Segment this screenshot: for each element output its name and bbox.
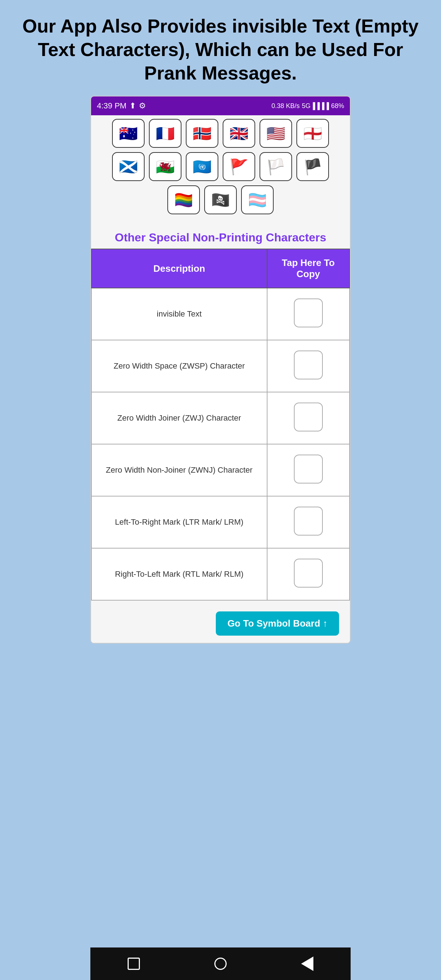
flag-pirate[interactable]: 🏴‍☠️ — [204, 185, 237, 214]
flag-uk[interactable]: 🇬🇧 — [223, 119, 255, 148]
flag-england[interactable]: 🏴󠁧󠁢󠁥󠁮󠁧󠁿 — [296, 119, 329, 148]
flags-section: 🇦🇺 🇫🇷 🇳🇴 🇬🇧 🇺🇸 🏴󠁧󠁢󠁥󠁮󠁧󠁿 🏴󠁧󠁢󠁳󠁣󠁴󠁿 🏴󠁧󠁢󠁷󠁬󠁳󠁿 🇺… — [91, 115, 350, 222]
battery-display: 68% — [331, 102, 344, 110]
flag-white[interactable]: 🏳️ — [260, 152, 292, 181]
table-row: Zero Width Space (ZWSP) Character — [91, 340, 350, 392]
circle-nav-icon[interactable] — [214, 958, 227, 970]
table-row: Zero Width Non-Joiner (ZWNJ) Character — [91, 444, 350, 496]
row-copy-cell-3[interactable] — [267, 444, 350, 496]
network-speed: 0.38 KB/s — [271, 102, 300, 110]
back-nav-icon[interactable] — [301, 956, 314, 971]
row-description-4: Left-To-Right Mark (LTR Mark/ LRM) — [91, 496, 267, 548]
page-title: Our App Also Provides invisible Text (Em… — [0, 0, 441, 96]
table-row: invisible Text — [91, 288, 350, 340]
copy-box-2[interactable] — [294, 402, 323, 431]
row-copy-cell-5[interactable] — [267, 548, 350, 600]
status-right: 0.38 KB/s 5G▐▐▐▐ 68% — [271, 102, 344, 110]
phone-frame: 4:39 PM ⬆ ⚙ 0.38 KB/s 5G▐▐▐▐ 68% 🇦🇺 🇫🇷 🇳… — [91, 96, 351, 644]
phone-content: 🇦🇺 🇫🇷 🇳🇴 🇬🇧 🇺🇸 🏴󠁧󠁢󠁥󠁮󠁧󠁿 🏴󠁧󠁢󠁳󠁣󠁴󠁿 🏴󠁧󠁢󠁷󠁬󠁳󠁿 🇺… — [91, 115, 350, 643]
section-heading: Other Special Non-Printing Characters — [91, 222, 350, 248]
flag-row-1: 🇦🇺 🇫🇷 🇳🇴 🇬🇧 🇺🇸 🏴󠁧󠁢󠁥󠁮󠁧󠁿 — [98, 119, 343, 148]
table-row: Zero Width Joiner (ZWJ) Character — [91, 392, 350, 444]
copy-box-0[interactable] — [294, 299, 323, 328]
row-description-5: Right-To-Left Mark (RTL Mark/ RLM) — [91, 548, 267, 600]
flag-france[interactable]: 🇫🇷 — [149, 119, 181, 148]
upload-icon: ⬆ — [129, 101, 136, 111]
settings-icon: ⚙ — [139, 101, 146, 111]
flag-pride[interactable]: 🏳️‍🌈 — [167, 185, 200, 214]
flag-red[interactable]: 🚩 — [223, 152, 255, 181]
col-header-copy: Tap Here To Copy — [267, 249, 350, 288]
chars-table: Description Tap Here To Copy invisible T… — [91, 248, 350, 601]
square-nav-icon[interactable] — [127, 958, 140, 970]
flag-scotland[interactable]: 🏴󠁧󠁢󠁳󠁣󠁴󠁿 — [112, 152, 145, 181]
flag-row-3: 🏳️‍🌈 🏴‍☠️ 🏳️‍⚧️ — [98, 185, 343, 214]
signal-icons: 5G▐▐▐▐ — [302, 102, 329, 110]
row-description-3: Zero Width Non-Joiner (ZWNJ) Character — [91, 444, 267, 496]
flag-australia[interactable]: 🇦🇺 — [112, 119, 145, 148]
flag-usa[interactable]: 🇺🇸 — [260, 119, 292, 148]
copy-box-3[interactable] — [294, 455, 323, 484]
table-row: Left-To-Right Mark (LTR Mark/ LRM) — [91, 496, 350, 548]
android-nav-bar — [91, 948, 351, 980]
bottom-btn-row: Go To Symbol Board ↑ — [91, 604, 350, 643]
row-copy-cell-2[interactable] — [267, 392, 350, 444]
status-left: 4:39 PM ⬆ ⚙ — [97, 101, 146, 111]
table-row: Right-To-Left Mark (RTL Mark/ RLM) — [91, 548, 350, 600]
copy-box-1[interactable] — [294, 350, 323, 379]
row-description-2: Zero Width Joiner (ZWJ) Character — [91, 392, 267, 444]
flag-row-2: 🏴󠁧󠁢󠁳󠁣󠁴󠁿 🏴󠁧󠁢󠁷󠁬󠁳󠁿 🇺🇳 🚩 🏳️ 🏴 — [98, 152, 343, 181]
flag-wales[interactable]: 🏴󠁧󠁢󠁷󠁬󠁳󠁿 — [149, 152, 181, 181]
row-copy-cell-0[interactable] — [267, 288, 350, 340]
row-description-1: Zero Width Space (ZWSP) Character — [91, 340, 267, 392]
flag-un[interactable]: 🇺🇳 — [186, 152, 218, 181]
row-copy-cell-1[interactable] — [267, 340, 350, 392]
goto-symbol-board-button[interactable]: Go To Symbol Board ↑ — [216, 611, 339, 636]
time-display: 4:39 PM — [97, 101, 126, 111]
status-bar: 4:39 PM ⬆ ⚙ 0.38 KB/s 5G▐▐▐▐ 68% — [91, 97, 350, 115]
flag-norway[interactable]: 🇳🇴 — [186, 119, 218, 148]
col-header-description: Description — [91, 249, 267, 288]
row-description-0: invisible Text — [91, 288, 267, 340]
copy-box-4[interactable] — [294, 507, 323, 536]
copy-box-5[interactable] — [294, 558, 323, 587]
flag-trans[interactable]: 🏳️‍⚧️ — [241, 185, 274, 214]
row-copy-cell-4[interactable] — [267, 496, 350, 548]
flag-black[interactable]: 🏴 — [296, 152, 329, 181]
